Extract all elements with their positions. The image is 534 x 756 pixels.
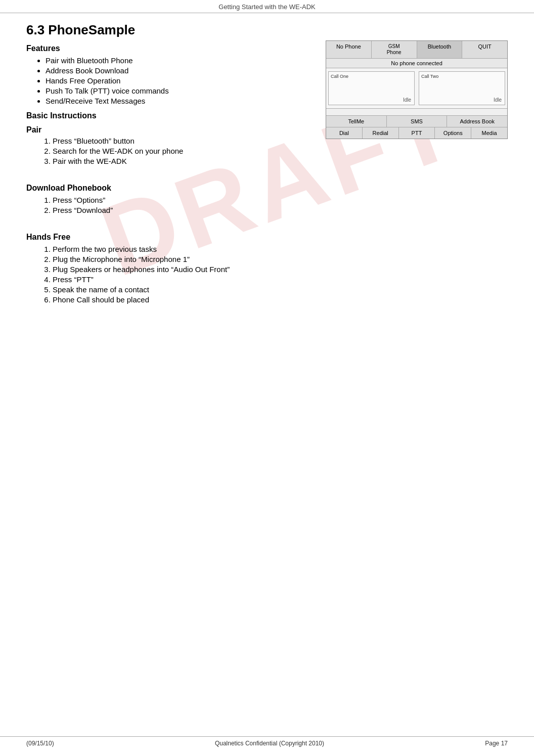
ui-calls-row: Call One Idle Call Two Idle [326,68,507,109]
handsfree-step-4: Press “PTT” [53,275,508,284]
ui-call-two-idle: Idle [494,97,502,103]
page-header: Getting Started with the WE-ADK [0,0,534,13]
quit-button[interactable]: QUIT [462,41,507,58]
handsfree-step-3: Plug Speakers or headphones into “Audio … [53,265,508,274]
ui-call-one-box: Call One Idle [328,71,415,105]
download-step-1: Press “Options” [53,196,508,204]
bluetooth-button[interactable]: Bluetooth [417,41,463,58]
handsfree-step-1: Perform the two previous tasks [53,245,508,253]
redial-button[interactable]: Redial [363,127,399,139]
media-button[interactable]: Media [471,127,507,139]
addressbook-button[interactable]: Address Book [447,116,507,127]
section-title: 6.3 PhoneSample [26,22,508,38]
ui-screenshot: No Phone GSMPhone Bluetooth QUIT No phon… [326,40,508,139]
footer-center: Qualnetics Confidential (Copyright 2010) [215,740,324,747]
handsfree-step-2: Plug the Microphone into “Microphone 1” [53,255,508,263]
sms-button[interactable]: SMS [387,116,448,127]
dial-button[interactable]: Dial [326,127,363,139]
ui-status-bar: No phone connected [326,59,507,68]
handsfree-step-6: Phone Call should be placed [53,295,508,304]
ui-bottom-row2: Dial Redial PTT Options Media [326,127,507,139]
pair-step-2: Search for the WE-ADK on your phone [53,147,508,155]
ui-top-bar: No Phone GSMPhone Bluetooth QUIT [326,41,507,59]
ui-call-two-box: Call Two Idle [419,71,505,105]
tellme-button[interactable]: TellMe [326,116,387,127]
page-header-title: Getting Started with the WE-ADK [218,3,315,11]
ptt-button[interactable]: PTT [399,127,435,139]
ui-call-one-idle: Idle [403,97,411,103]
page-footer: (09/15/10) Qualnetics Confidential (Copy… [0,736,534,747]
footer-right: Page 17 [485,740,508,747]
pair-steps-list: Press “Bluetooth” button Search for the … [53,137,508,165]
handsfree-heading: Hands Free [26,233,508,242]
gsm-phone-button[interactable]: GSMPhone [372,41,417,58]
download-step-2: Press “Download” [53,206,508,214]
download-heading: Download Phonebook [26,184,508,193]
ui-middle-gap [326,109,507,116]
pair-step-3: Pair with the WE-ADK [53,157,508,165]
ui-call-one-label: Call One [331,74,412,79]
ui-call-two-label: Call Two [421,74,503,79]
handsfree-steps-list: Perform the two previous tasks Plug the … [53,245,508,304]
ui-bottom-row1: TellMe SMS Address Book [326,116,507,127]
download-steps-list: Press “Options” Press “Download” [53,196,508,214]
footer-left: (09/15/10) [26,740,54,747]
options-button[interactable]: Options [435,127,471,139]
handsfree-step-5: Speak the name of a contact [53,285,508,294]
no-phone-button[interactable]: No Phone [326,41,372,58]
